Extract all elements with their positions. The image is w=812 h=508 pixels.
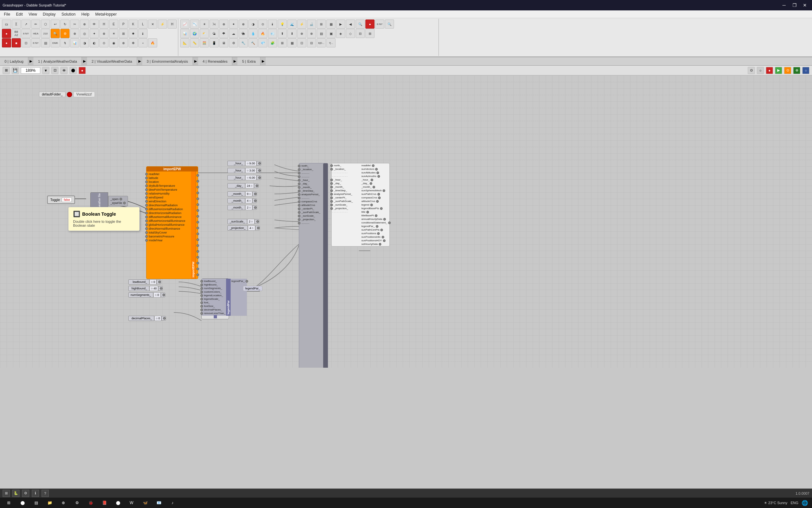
- tb-e2-5[interactable]: 🌩: [219, 29, 228, 38]
- canvas-btn-r5[interactable]: ⊙: [784, 67, 791, 74]
- toolbar-btn-s15[interactable]: 🔥: [148, 38, 157, 47]
- toolbar-btn-dmk[interactable]: DMK: [51, 38, 60, 47]
- toolbar-btn-8[interactable]: ✂: [70, 19, 79, 29]
- canvas-btn-dropdown[interactable]: ▼: [42, 67, 49, 74]
- tab-visualize[interactable]: 2 | VisualizeWeatherData: [87, 57, 137, 65]
- tb-ex-2[interactable]: 📉: [190, 19, 199, 29]
- projection-node[interactable]: _projection_ 4 ○: [227, 225, 260, 230]
- import-epw-node[interactable]: importEPW readMe! latitude location dryB…: [146, 166, 198, 279]
- canvas-btn-r3[interactable]: ●: [766, 67, 773, 74]
- tb-ex-20[interactable]: ●: [366, 19, 375, 29]
- canvas-btn-r6[interactable]: ⊕: [793, 67, 800, 74]
- taskbar-outlook[interactable]: 📧: [154, 499, 164, 507]
- tb-ex-5[interactable]: ⊕: [219, 19, 228, 29]
- status-icon-settings[interactable]: ⚙: [22, 490, 29, 497]
- menu-edit[interactable]: Edit: [13, 11, 25, 17]
- toolbar-btn-m7[interactable]: ✸: [129, 29, 138, 38]
- toolbar-btn-s9[interactable]: ◐: [90, 38, 99, 47]
- tb-ex-6[interactable]: ✦: [229, 19, 238, 29]
- menu-help[interactable]: Help: [79, 11, 92, 17]
- toolbar-btn-red1[interactable]: ●: [2, 29, 11, 38]
- toolbar-btn-s7[interactable]: 📊: [70, 38, 79, 47]
- toolbar-btn-s10[interactable]: ⊙: [99, 38, 109, 47]
- tb-ex-19[interactable]: 🔍: [356, 19, 365, 29]
- toolbar-btn-m6[interactable]: ⊞: [119, 29, 128, 38]
- legendpar-node[interactable]: lowBound_ highBound_ numSegments_ custom…: [201, 279, 229, 319]
- toolbar-btn-s8[interactable]: ◑: [80, 38, 89, 47]
- taskbar-acrobat[interactable]: 📕: [99, 499, 109, 507]
- toolbar-btn-red2[interactable]: ●: [2, 38, 11, 47]
- toggle-node[interactable]: Toggle false: [47, 196, 75, 204]
- toolbar-btn-s5[interactable]: ▤: [41, 38, 50, 47]
- canvas-btn-red[interactable]: ●: [79, 67, 86, 74]
- tb-e2-9[interactable]: 🔥: [258, 29, 267, 38]
- toolbar-btn-a[interactable]: ⚡: [158, 19, 167, 29]
- taskbar-dell[interactable]: ⊕: [58, 499, 68, 507]
- restore-button[interactable]: ❐: [790, 2, 799, 8]
- tb-e2-8[interactable]: 💧: [249, 29, 258, 38]
- toolbar-btn-s4[interactable]: It NY: [31, 38, 40, 47]
- sun-scale-node[interactable]: _sunScale_ 2 ○: [227, 219, 259, 224]
- taskbar-lb2[interactable]: 🦋: [140, 499, 150, 507]
- taskbar-word[interactable]: W: [127, 499, 136, 507]
- status-icon-python[interactable]: 🐍: [12, 490, 19, 497]
- tb-e3-1[interactable]: 📐: [180, 38, 189, 47]
- menu-solution[interactable]: Solution: [59, 11, 78, 17]
- canvas-btn-fit[interactable]: ⊞: [3, 67, 10, 74]
- tb-e3-14[interactable]: ⊟: [307, 38, 316, 47]
- toolbar-btn-s11[interactable]: ◉: [109, 38, 118, 47]
- tb-e2-7[interactable]: 🌦: [239, 29, 248, 38]
- day-node[interactable]: _day_ 24 ○: [227, 183, 259, 188]
- toolbar-btn-m8[interactable]: 🌡: [138, 29, 147, 38]
- tb-e2-4[interactable]: 🌤: [210, 29, 219, 38]
- taskbar-start[interactable]: ⊞: [4, 499, 14, 507]
- tb-ex-9[interactable]: ⊙: [258, 19, 267, 29]
- tb-e3-7[interactable]: 🔧: [239, 38, 248, 47]
- taskbar-chrome[interactable]: ⬤: [113, 499, 123, 507]
- tb-ex-11[interactable]: 💡: [278, 19, 287, 29]
- tb-e2-15[interactable]: ▤: [317, 29, 326, 38]
- tab-ladybug[interactable]: 0 | Ladybug: [0, 57, 28, 65]
- tb-ex-12[interactable]: 🌊: [288, 19, 297, 29]
- tb-e2-20[interactable]: ⊞: [366, 29, 375, 38]
- tb-ex-15[interactable]: ⊞: [317, 19, 326, 29]
- tb-e3-3[interactable]: 🧮: [200, 38, 209, 47]
- tab-expand-5[interactable]: ▶: [260, 57, 266, 65]
- menu-display[interactable]: Display: [40, 11, 58, 17]
- tb-e3-12[interactable]: ▦: [288, 38, 297, 47]
- tb-ex-search2[interactable]: 🔍: [385, 19, 394, 29]
- tb-e2-13[interactable]: ⊕: [297, 29, 306, 38]
- toolbar-btn-7[interactable]: ↻: [60, 19, 70, 29]
- tb-e2-17[interactable]: ◈: [336, 29, 345, 38]
- toolbar-btn-12[interactable]: E: [109, 19, 118, 29]
- close-button[interactable]: ✕: [800, 2, 809, 8]
- vvvv-node[interactable]: Vvvwiiizzz!: [73, 92, 95, 97]
- hour-node-2[interactable]: _hour_ ○ 3.00: [227, 168, 261, 173]
- toolbar-btn-search[interactable]: 🔍: [51, 29, 60, 38]
- tb-e3-16[interactable]: 7|...: [327, 38, 336, 47]
- canvas-btn-r2[interactable]: ○: [757, 67, 764, 74]
- toolbar-btn-9[interactable]: ⊕: [80, 19, 89, 29]
- tb-ex-18[interactable]: ◀: [346, 19, 355, 29]
- tb-ex-10[interactable]: 🌡: [268, 19, 277, 29]
- tb-e3-10[interactable]: 🧩: [268, 38, 277, 47]
- tb-ex-8[interactable]: ◑: [249, 19, 258, 29]
- tab-extra[interactable]: 5 | Extra: [238, 57, 260, 65]
- toggle-value[interactable]: false: [62, 198, 72, 202]
- status-icon-help[interactable]: ?: [42, 490, 49, 497]
- tb-e2-12[interactable]: ⬇: [288, 29, 297, 38]
- taskbar-spotify[interactable]: ♪: [168, 499, 177, 507]
- tab-expand-2[interactable]: ▶: [137, 57, 142, 65]
- tb-ex-16[interactable]: ▦: [327, 19, 336, 29]
- status-icon-info[interactable]: ℹ: [32, 490, 39, 497]
- canvas-btn-r1[interactable]: ⊙: [748, 67, 755, 74]
- toolbar-btn-s14[interactable]: ⋆: [138, 38, 147, 47]
- toolbar-btn-11[interactable]: H: [99, 19, 109, 29]
- tb-e2-10[interactable]: 💨: [268, 29, 277, 38]
- toolbar-btn-b8[interactable]: B8A2: [12, 29, 21, 38]
- tb-e2-11[interactable]: ⬆: [278, 29, 287, 38]
- toolbar-btn-14[interactable]: K: [129, 19, 138, 29]
- toolbar-btn-3[interactable]: ↗: [22, 19, 31, 29]
- toolbar-btn-13[interactable]: P: [119, 19, 128, 29]
- sunpath-outputs-panel[interactable]: north_ _location_ - - - - - - - - - - - …: [331, 163, 390, 247]
